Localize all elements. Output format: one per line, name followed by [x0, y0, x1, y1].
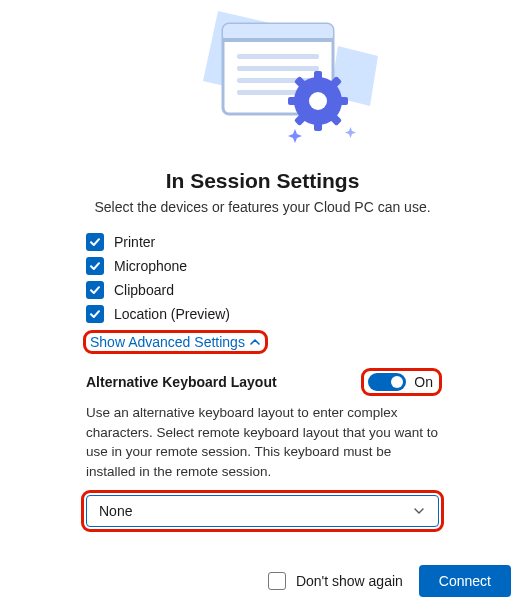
dont-show-again-checkbox[interactable]: Don't show again: [268, 572, 403, 590]
svg-rect-5: [237, 54, 319, 59]
feature-location[interactable]: Location (Preview): [86, 305, 439, 323]
hero-illustration: [0, 0, 525, 155]
feature-label: Printer: [114, 234, 155, 250]
svg-rect-6: [237, 66, 319, 71]
alt-keyboard-heading: Alternative Keyboard Layout: [86, 374, 277, 390]
feature-label: Location (Preview): [114, 306, 230, 322]
svg-rect-13: [336, 97, 348, 105]
svg-rect-12: [288, 97, 300, 105]
show-advanced-settings-link[interactable]: Show Advanced Settings: [86, 333, 265, 351]
feature-microphone[interactable]: Microphone: [86, 257, 439, 275]
checkbox-checked-icon: [86, 233, 104, 251]
settings-window-illustration: [123, 6, 403, 156]
alt-keyboard-description: Use an alternative keyboard layout to en…: [86, 403, 439, 481]
feature-label: Clipboard: [114, 282, 174, 298]
alt-keyboard-toggle[interactable]: [368, 373, 406, 391]
svg-rect-10: [314, 71, 322, 83]
chevron-up-icon: [249, 336, 261, 348]
toggle-state-label: On: [414, 374, 433, 390]
page-title: In Session Settings: [0, 169, 525, 193]
connect-button[interactable]: Connect: [419, 565, 511, 597]
page-subtitle: Select the devices or features your Clou…: [0, 199, 525, 215]
chevron-down-icon: [412, 504, 426, 518]
toggle-knob: [391, 376, 403, 388]
keyboard-layout-select[interactable]: None: [86, 495, 439, 527]
checkbox-checked-icon: [86, 257, 104, 275]
checkbox-checked-icon: [86, 305, 104, 323]
select-value: None: [99, 503, 132, 519]
link-label: Show Advanced Settings: [90, 334, 245, 350]
feature-printer[interactable]: Printer: [86, 233, 439, 251]
feature-label: Microphone: [114, 258, 187, 274]
feature-clipboard[interactable]: Clipboard: [86, 281, 439, 299]
checkbox-label: Don't show again: [296, 573, 403, 589]
checkbox-checked-icon: [86, 281, 104, 299]
svg-rect-11: [314, 119, 322, 131]
svg-point-18: [309, 92, 327, 110]
checkbox-unchecked-icon: [268, 572, 286, 590]
svg-rect-4: [223, 38, 333, 42]
